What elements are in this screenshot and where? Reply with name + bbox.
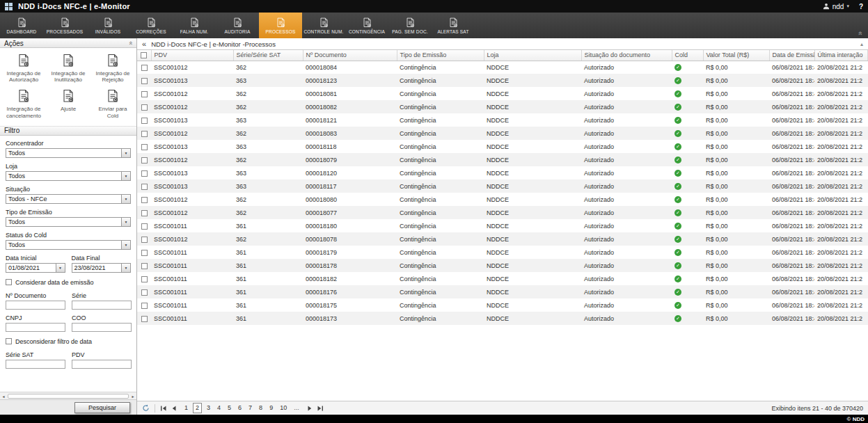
row-checkbox[interactable] <box>141 237 148 243</box>
table-row[interactable]: SSC001012362000018084ContingênciaNDDCEAu… <box>137 61 868 74</box>
scrollbar-thumb[interactable] <box>8 394 129 399</box>
action-integracao-de-inutilizacao[interactable]: Integração de Inutilização <box>46 54 90 83</box>
tab-contingencia[interactable]: CONTINGÊNCIA <box>345 13 388 38</box>
row-checkbox[interactable] <box>141 316 148 322</box>
row-checkbox[interactable] <box>141 118 148 124</box>
cnpj-input[interactable] <box>6 323 65 332</box>
tab-falha-num[interactable]: FALHA NUM. <box>173 13 216 38</box>
action-integracao-de-cancelamento[interactable]: Integração de cancelamento <box>1 89 46 118</box>
page-6[interactable]: 6 <box>236 404 244 413</box>
row-checkbox[interactable] <box>141 210 148 216</box>
table-row[interactable]: SSC001011361000018175ContingênciaNDDCEAu… <box>137 298 868 312</box>
column-header-loja[interactable]: Loja <box>484 50 581 61</box>
situacao-select[interactable]: Todos - NFCe▼ <box>6 194 131 204</box>
action-ajuste[interactable]: Ajuste <box>46 89 90 118</box>
sidebar-horizontal-scrollbar[interactable]: ◂ ▸ <box>0 392 136 399</box>
help-icon[interactable]: ? <box>859 3 863 10</box>
tab-controle-num[interactable]: CONTROLE NUM. <box>302 13 345 38</box>
column-header-cold[interactable]: Cold <box>672 50 703 61</box>
tab-alertas-sat[interactable]: ALERTAS SAT <box>432 13 475 38</box>
row-checkbox[interactable] <box>141 303 148 309</box>
page-8[interactable]: 8 <box>257 404 265 413</box>
status-do-cold-select[interactable]: Todos▼ <box>6 240 131 250</box>
doc-number-input[interactable] <box>6 301 65 310</box>
page-5[interactable]: 5 <box>226 404 233 413</box>
table-row[interactable]: SSC001013363000018118ContingênciaNDDCEAu… <box>137 140 868 153</box>
column-header-ultima-interacao[interactable]: Última interação <box>814 50 868 61</box>
table-row[interactable]: SSC001011361000018178ContingênciaNDDCEAu… <box>137 259 868 272</box>
serie-input[interactable] <box>72 301 132 310</box>
start-date-picker[interactable]: 01/08/2021 ▼ <box>6 263 65 273</box>
column-header-data-de-emissao[interactable]: Data de Emissão <box>769 50 814 61</box>
column-header-n-documento[interactable]: Nº Documento <box>303 50 397 61</box>
refresh-button[interactable] <box>142 404 150 412</box>
page-9[interactable]: 9 <box>267 404 275 413</box>
table-row[interactable]: SSC001013363000018120ContingênciaNDDCEAu… <box>137 166 868 179</box>
serie-sat-input[interactable] <box>6 360 65 369</box>
row-checkbox[interactable] <box>141 263 148 269</box>
table-row[interactable]: SSC001013363000018117ContingênciaNDDCEAu… <box>137 179 868 193</box>
row-checkbox[interactable] <box>141 184 148 190</box>
column-header-valor-total-r[interactable]: Valor Total (R$) <box>703 50 769 61</box>
scroll-right-icon[interactable]: ▸ <box>129 394 136 399</box>
pdv-input[interactable] <box>72 360 132 369</box>
row-checkbox[interactable] <box>141 91 148 97</box>
collapse-actions-icon[interactable]: « <box>127 41 134 45</box>
scroll-left-icon[interactable]: ◂ <box>0 394 7 399</box>
tab-invalidos[interactable]: INVÁLIDOS <box>86 13 129 38</box>
column-header-serie-serie-sat[interactable]: Série/Série SAT <box>233 50 303 61</box>
table-row[interactable]: SSC001012362000018079ContingênciaNDDCEAu… <box>137 153 868 166</box>
table-row[interactable]: SSC001013363000018123ContingênciaNDDCEAu… <box>137 74 868 87</box>
page-3[interactable]: 3 <box>205 404 212 413</box>
table-row[interactable]: SSC001011361000018180ContingênciaNDDCEAu… <box>137 219 868 232</box>
scroll-up-icon[interactable]: ▴ <box>860 41 863 47</box>
table-row[interactable]: SSC001012362000018082ContingênciaNDDCEAu… <box>137 100 868 113</box>
concentrador-select[interactable]: Todos▼ <box>6 148 131 158</box>
table-row[interactable]: SSC001012362000018080ContingênciaNDDCEAu… <box>137 193 868 206</box>
column-header-pdv[interactable]: PDV <box>151 50 233 61</box>
search-button[interactable]: Pesquisar <box>74 402 130 413</box>
row-checkbox[interactable] <box>141 197 148 203</box>
row-checkbox[interactable] <box>141 170 148 177</box>
tab-pag-sem-doc[interactable]: PAG. SEM DOC. <box>388 13 432 38</box>
table-row[interactable]: SSC001011361000018173ContingênciaNDDCEAu… <box>137 312 868 325</box>
disregard-date-checkbox[interactable] <box>6 338 12 344</box>
tipo-de-emissao-select[interactable]: Todos▼ <box>6 217 131 227</box>
page-4[interactable]: 4 <box>215 404 223 413</box>
select-all-checkbox[interactable] <box>141 52 147 58</box>
table-row[interactable]: SSC001012362000018078ContingênciaNDDCEAu… <box>137 232 868 246</box>
action-integracao-de-rejeicao[interactable]: Integração de Rejeição <box>90 54 135 83</box>
loja-select[interactable]: Todos▼ <box>6 171 131 181</box>
row-checkbox[interactable] <box>141 104 148 111</box>
table-row[interactable]: SSC001012362000018077ContingênciaNDDCEAu… <box>137 206 868 219</box>
last-page-button[interactable] <box>317 405 324 412</box>
row-checkbox[interactable] <box>141 131 148 137</box>
page-1[interactable]: 1 <box>182 404 190 413</box>
row-checkbox[interactable] <box>141 289 148 296</box>
column-header-tipo-de-emissao[interactable]: Tipo de Emissão <box>397 50 484 61</box>
next-page-button[interactable] <box>306 405 313 412</box>
row-checkbox[interactable] <box>141 144 148 150</box>
prev-page-button[interactable] <box>171 405 177 412</box>
action-enviar-para-cold[interactable]: Enviar para Cold <box>90 89 135 118</box>
table-row[interactable]: SSC001011361000018176ContingênciaNDDCEAu… <box>137 285 868 298</box>
page-7[interactable]: 7 <box>246 404 254 413</box>
table-row[interactable]: SSC001013363000018121ContingênciaNDDCEAu… <box>137 113 868 127</box>
consider-emission-checkbox[interactable] <box>6 279 12 285</box>
app-launcher-icon[interactable] <box>5 3 13 10</box>
user-menu[interactable]: ndd ▾ <box>823 3 849 10</box>
row-checkbox[interactable] <box>141 276 148 282</box>
tab-auditoria[interactable]: AUDITORIA <box>216 13 259 38</box>
action-integracao-de-autorizacao[interactable]: Integração de Autorização <box>1 54 46 83</box>
tab-processos[interactable]: PROCESSOS <box>259 13 302 38</box>
end-date-picker[interactable]: 23/08/2021 ▼ <box>72 263 132 273</box>
row-checkbox[interactable] <box>141 78 148 84</box>
table-row[interactable]: SSC001012362000018081ContingênciaNDDCEAu… <box>137 87 868 100</box>
tab-correcoes[interactable]: CORREÇÕES <box>129 13 173 38</box>
table-row[interactable]: SSC001011361000018182ContingênciaNDDCEAu… <box>137 272 868 285</box>
column-header-situacao-do-documento[interactable]: Situação do documento <box>581 50 672 61</box>
page-2[interactable]: 2 <box>193 403 202 413</box>
tab-dashboard[interactable]: DASHBOARD <box>0 13 43 38</box>
table-row[interactable]: SSC001012362000018083ContingênciaNDDCEAu… <box>137 127 868 140</box>
row-checkbox[interactable] <box>141 157 148 163</box>
